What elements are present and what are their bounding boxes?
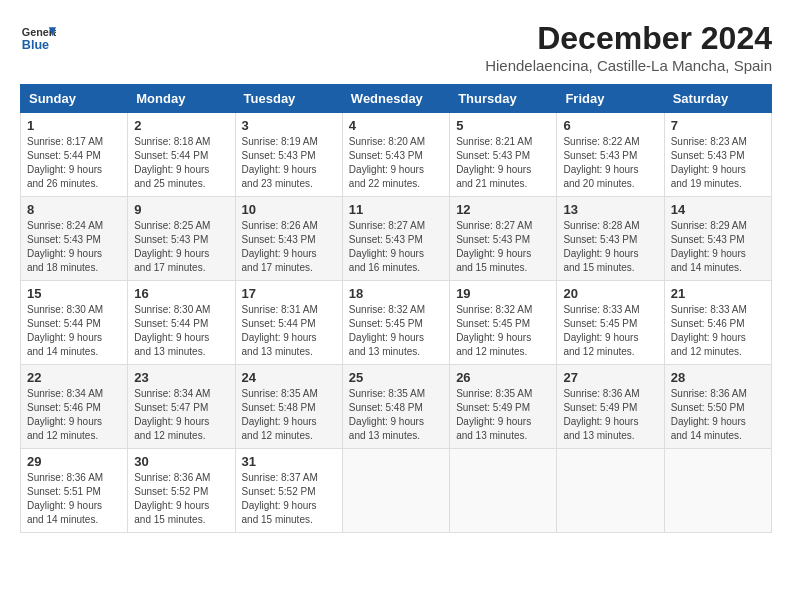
day-number: 29 [27, 454, 121, 469]
page-header: General Blue December 2024 Hiendelaencin… [20, 20, 772, 74]
day-number: 1 [27, 118, 121, 133]
calendar-cell: 5Sunrise: 8:21 AM Sunset: 5:43 PM Daylig… [450, 113, 557, 197]
calendar-header-wednesday: Wednesday [342, 85, 449, 113]
day-number: 26 [456, 370, 550, 385]
day-number: 6 [563, 118, 657, 133]
day-info: Sunrise: 8:33 AM Sunset: 5:46 PM Dayligh… [671, 303, 765, 359]
calendar-cell: 25Sunrise: 8:35 AM Sunset: 5:48 PM Dayli… [342, 365, 449, 449]
day-info: Sunrise: 8:22 AM Sunset: 5:43 PM Dayligh… [563, 135, 657, 191]
calendar-cell: 3Sunrise: 8:19 AM Sunset: 5:43 PM Daylig… [235, 113, 342, 197]
day-info: Sunrise: 8:27 AM Sunset: 5:43 PM Dayligh… [349, 219, 443, 275]
day-info: Sunrise: 8:30 AM Sunset: 5:44 PM Dayligh… [27, 303, 121, 359]
day-number: 25 [349, 370, 443, 385]
day-info: Sunrise: 8:31 AM Sunset: 5:44 PM Dayligh… [242, 303, 336, 359]
day-number: 20 [563, 286, 657, 301]
calendar-week-1: 1Sunrise: 8:17 AM Sunset: 5:44 PM Daylig… [21, 113, 772, 197]
calendar-header-saturday: Saturday [664, 85, 771, 113]
day-info: Sunrise: 8:30 AM Sunset: 5:44 PM Dayligh… [134, 303, 228, 359]
day-info: Sunrise: 8:37 AM Sunset: 5:52 PM Dayligh… [242, 471, 336, 527]
day-info: Sunrise: 8:19 AM Sunset: 5:43 PM Dayligh… [242, 135, 336, 191]
day-number: 24 [242, 370, 336, 385]
day-info: Sunrise: 8:23 AM Sunset: 5:43 PM Dayligh… [671, 135, 765, 191]
day-number: 31 [242, 454, 336, 469]
svg-text:Blue: Blue [22, 38, 49, 52]
calendar-cell: 17Sunrise: 8:31 AM Sunset: 5:44 PM Dayli… [235, 281, 342, 365]
day-number: 2 [134, 118, 228, 133]
calendar-cell [557, 449, 664, 533]
calendar-cell [664, 449, 771, 533]
calendar-week-5: 29Sunrise: 8:36 AM Sunset: 5:51 PM Dayli… [21, 449, 772, 533]
calendar-cell: 2Sunrise: 8:18 AM Sunset: 5:44 PM Daylig… [128, 113, 235, 197]
day-info: Sunrise: 8:26 AM Sunset: 5:43 PM Dayligh… [242, 219, 336, 275]
day-number: 30 [134, 454, 228, 469]
calendar-header-tuesday: Tuesday [235, 85, 342, 113]
calendar-cell: 31Sunrise: 8:37 AM Sunset: 5:52 PM Dayli… [235, 449, 342, 533]
day-info: Sunrise: 8:24 AM Sunset: 5:43 PM Dayligh… [27, 219, 121, 275]
day-info: Sunrise: 8:34 AM Sunset: 5:46 PM Dayligh… [27, 387, 121, 443]
day-number: 16 [134, 286, 228, 301]
day-info: Sunrise: 8:36 AM Sunset: 5:52 PM Dayligh… [134, 471, 228, 527]
day-info: Sunrise: 8:34 AM Sunset: 5:47 PM Dayligh… [134, 387, 228, 443]
calendar-cell: 23Sunrise: 8:34 AM Sunset: 5:47 PM Dayli… [128, 365, 235, 449]
day-info: Sunrise: 8:36 AM Sunset: 5:49 PM Dayligh… [563, 387, 657, 443]
calendar-header-friday: Friday [557, 85, 664, 113]
day-info: Sunrise: 8:25 AM Sunset: 5:43 PM Dayligh… [134, 219, 228, 275]
day-number: 3 [242, 118, 336, 133]
day-number: 15 [27, 286, 121, 301]
day-info: Sunrise: 8:21 AM Sunset: 5:43 PM Dayligh… [456, 135, 550, 191]
calendar-cell [450, 449, 557, 533]
calendar-cell: 16Sunrise: 8:30 AM Sunset: 5:44 PM Dayli… [128, 281, 235, 365]
calendar-week-4: 22Sunrise: 8:34 AM Sunset: 5:46 PM Dayli… [21, 365, 772, 449]
calendar-cell: 6Sunrise: 8:22 AM Sunset: 5:43 PM Daylig… [557, 113, 664, 197]
day-info: Sunrise: 8:20 AM Sunset: 5:43 PM Dayligh… [349, 135, 443, 191]
day-number: 13 [563, 202, 657, 217]
calendar-cell: 7Sunrise: 8:23 AM Sunset: 5:43 PM Daylig… [664, 113, 771, 197]
calendar-cell: 4Sunrise: 8:20 AM Sunset: 5:43 PM Daylig… [342, 113, 449, 197]
calendar-cell: 20Sunrise: 8:33 AM Sunset: 5:45 PM Dayli… [557, 281, 664, 365]
calendar-header-sunday: Sunday [21, 85, 128, 113]
day-info: Sunrise: 8:36 AM Sunset: 5:51 PM Dayligh… [27, 471, 121, 527]
day-number: 19 [456, 286, 550, 301]
day-info: Sunrise: 8:28 AM Sunset: 5:43 PM Dayligh… [563, 219, 657, 275]
day-number: 7 [671, 118, 765, 133]
calendar-cell: 1Sunrise: 8:17 AM Sunset: 5:44 PM Daylig… [21, 113, 128, 197]
calendar-table: SundayMondayTuesdayWednesdayThursdayFrid… [20, 84, 772, 533]
calendar-cell: 28Sunrise: 8:36 AM Sunset: 5:50 PM Dayli… [664, 365, 771, 449]
day-info: Sunrise: 8:36 AM Sunset: 5:50 PM Dayligh… [671, 387, 765, 443]
day-info: Sunrise: 8:18 AM Sunset: 5:44 PM Dayligh… [134, 135, 228, 191]
day-number: 28 [671, 370, 765, 385]
day-info: Sunrise: 8:35 AM Sunset: 5:48 PM Dayligh… [349, 387, 443, 443]
calendar-cell: 11Sunrise: 8:27 AM Sunset: 5:43 PM Dayli… [342, 197, 449, 281]
day-number: 9 [134, 202, 228, 217]
title-area: December 2024 Hiendelaencina, Castille-L… [485, 20, 772, 74]
day-number: 18 [349, 286, 443, 301]
calendar-cell: 18Sunrise: 8:32 AM Sunset: 5:45 PM Dayli… [342, 281, 449, 365]
day-number: 12 [456, 202, 550, 217]
day-number: 11 [349, 202, 443, 217]
day-number: 17 [242, 286, 336, 301]
calendar-cell: 19Sunrise: 8:32 AM Sunset: 5:45 PM Dayli… [450, 281, 557, 365]
page-subtitle: Hiendelaencina, Castille-La Mancha, Spai… [485, 57, 772, 74]
calendar-cell: 26Sunrise: 8:35 AM Sunset: 5:49 PM Dayli… [450, 365, 557, 449]
day-info: Sunrise: 8:32 AM Sunset: 5:45 PM Dayligh… [349, 303, 443, 359]
day-number: 8 [27, 202, 121, 217]
day-number: 27 [563, 370, 657, 385]
calendar-cell: 10Sunrise: 8:26 AM Sunset: 5:43 PM Dayli… [235, 197, 342, 281]
day-number: 22 [27, 370, 121, 385]
calendar-cell: 29Sunrise: 8:36 AM Sunset: 5:51 PM Dayli… [21, 449, 128, 533]
day-number: 14 [671, 202, 765, 217]
calendar-cell: 9Sunrise: 8:25 AM Sunset: 5:43 PM Daylig… [128, 197, 235, 281]
calendar-header-monday: Monday [128, 85, 235, 113]
calendar-cell: 21Sunrise: 8:33 AM Sunset: 5:46 PM Dayli… [664, 281, 771, 365]
logo: General Blue [20, 20, 60, 56]
calendar-week-3: 15Sunrise: 8:30 AM Sunset: 5:44 PM Dayli… [21, 281, 772, 365]
day-number: 23 [134, 370, 228, 385]
day-info: Sunrise: 8:27 AM Sunset: 5:43 PM Dayligh… [456, 219, 550, 275]
day-info: Sunrise: 8:32 AM Sunset: 5:45 PM Dayligh… [456, 303, 550, 359]
calendar-cell [342, 449, 449, 533]
calendar-cell: 15Sunrise: 8:30 AM Sunset: 5:44 PM Dayli… [21, 281, 128, 365]
calendar-header-row: SundayMondayTuesdayWednesdayThursdayFrid… [21, 85, 772, 113]
day-number: 21 [671, 286, 765, 301]
calendar-cell: 13Sunrise: 8:28 AM Sunset: 5:43 PM Dayli… [557, 197, 664, 281]
day-number: 10 [242, 202, 336, 217]
